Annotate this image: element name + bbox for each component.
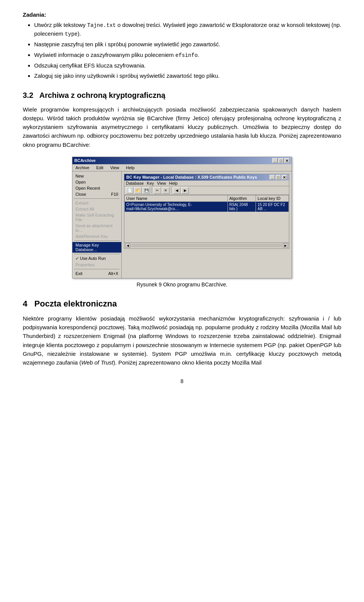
inner-titlebar: BC Key Manager - Local Database : X.509 … — [124, 174, 289, 181]
inner-menu-view[interactable]: View — [157, 181, 166, 185]
table-body: O=Poznan University of Technology, E-mai… — [125, 201, 289, 212]
code-efsinfo: efsinfo — [176, 52, 198, 58]
inner-table-container: User Name Algorithm Local key ID O=Pozna… — [124, 195, 289, 212]
cell-local-key-id: 15 20 EF DC F2 AB ... — [256, 201, 289, 212]
inner-menu-database[interactable]: Database — [126, 181, 144, 185]
inner-menu-key[interactable]: Key — [147, 181, 154, 185]
menu-extract-all: Extract All — [72, 206, 121, 212]
menu-close[interactable]: CloseF10 — [72, 191, 121, 197]
menu-manage-key-database[interactable]: Manage Key Database... — [72, 242, 121, 253]
section-3-2-heading: 3.2 Archiwa z ochroną kryptograficzną — [23, 91, 341, 100]
toolbar-btn-2[interactable]: 📂 — [134, 187, 142, 194]
figure-bcarchive: BCArchive _ □ ✕ Archive Edit View Help N… — [23, 157, 341, 288]
inner-menu-help[interactable]: Help — [169, 181, 178, 185]
cell-user-name: O=Poznan University of Technology, E-mai… — [125, 201, 228, 212]
toolbar-separator-1 — [152, 187, 152, 193]
bcarchive-titlebar: BCArchive _ □ ✕ — [72, 157, 292, 164]
table-header-row: User Name Algorithm Local key ID — [125, 195, 289, 201]
inner-window: BC Key Manager - Local Database : X.509 … — [124, 174, 289, 249]
minimize-button[interactable]: _ — [272, 158, 278, 163]
section-3-2-para1: Wiele programów kompresujących i archiwi… — [23, 105, 341, 149]
word-of: of — [94, 359, 99, 366]
tasks-header: Zadania: — [23, 11, 341, 18]
task-list: Utwórz plik tekstowy Tajne.txt o dowolne… — [34, 21, 341, 80]
menu-extract: Extract — [72, 200, 121, 206]
tasks-section: Zadania: Utwórz plik tekstowy Tajne.txt … — [23, 11, 341, 80]
toolbar-btn-7[interactable]: ▶ — [181, 187, 189, 194]
bcarchive-content: New Open Open Recent CloseF10 Extract Ex… — [72, 171, 292, 278]
list-item: Utwórz plik tekstowy Tajne.txt o dowolne… — [34, 21, 341, 38]
section-4: 4 Poczta elektroniczna Niektóre programy… — [23, 299, 341, 367]
menu-help[interactable]: Help — [124, 165, 136, 170]
section-number: 3.2 — [23, 91, 33, 99]
menu-view[interactable]: View — [109, 165, 121, 170]
close-button[interactable]: ✕ — [284, 158, 290, 163]
cell-algorithm: RSA( 2048 bits ) — [228, 201, 256, 212]
code-tajne: Tajne.txt — [87, 22, 116, 28]
list-item: Odszukaj certyfikat EFS klucza szyfrowan… — [34, 61, 341, 70]
inner-maximize-button[interactable]: □ — [276, 175, 281, 180]
toolbar-btn-3[interactable]: 💾 — [143, 187, 150, 194]
menu-new[interactable]: New — [72, 173, 121, 179]
right-panel: BC Key Manager - Local Database : X.509 … — [122, 171, 292, 278]
figure-caption: Rysunek 9 Okno programu BCarchive. — [23, 281, 341, 288]
separator-1 — [74, 198, 120, 199]
bcarchive-title: BCArchive — [74, 158, 96, 163]
list-item: Wyświetl informacje o zaszyfrowanym plik… — [34, 51, 341, 60]
keys-table: User Name Algorithm Local key ID O=Pozna… — [124, 195, 289, 212]
menu-edit[interactable]: Edit — [95, 165, 105, 170]
menu-add-remove-key: Add/Remove Key — [72, 233, 121, 239]
toolbar-btn-5[interactable]: ✕ — [162, 187, 169, 194]
section-title: Archiwa z ochroną kryptograficzną — [39, 91, 165, 99]
toolbar-btn-6[interactable]: ◀ — [173, 187, 180, 194]
list-item: Zaloguj się jako inny użytkownik i sprób… — [34, 72, 341, 80]
menu-use-auto-run[interactable]: ✓ Use Auto Run — [72, 255, 121, 262]
menu-open-recent[interactable]: Open Recent — [72, 185, 121, 191]
separator-3 — [74, 254, 120, 254]
scroll-left-arrow[interactable]: ◀ — [125, 243, 130, 248]
inner-menubar: Database Key View Help — [124, 181, 289, 186]
inner-close-button[interactable]: ✕ — [282, 175, 287, 180]
list-item: Następnie zaszyfruj ten plik i spróbuj p… — [34, 40, 341, 49]
col-algorithm: Algorithm — [228, 195, 256, 201]
table-head: User Name Algorithm Local key ID — [125, 195, 289, 201]
col-local-key-id: Local key ID — [256, 195, 289, 201]
table-row[interactable]: O=Poznan University of Technology, E-mai… — [125, 201, 289, 212]
scroll-track[interactable] — [131, 244, 282, 247]
section-4-para1: Niektóre programy klientów posiadają moż… — [23, 314, 341, 367]
toolbar-btn-1[interactable]: 📄 — [126, 187, 133, 194]
menu-exit[interactable]: ExitAlt+X — [72, 270, 121, 277]
menu-archive[interactable]: Archive — [74, 165, 91, 170]
left-panel: New Open Open Recent CloseF10 Extract Ex… — [72, 171, 122, 278]
menu-properties: Properties — [72, 262, 121, 268]
inner-window-title: BC Key Manager - Local Database : X.509 … — [126, 175, 257, 179]
inner-minimize-button[interactable]: _ — [270, 175, 275, 180]
section-4-number: 4 — [23, 299, 27, 308]
menu-make-self-extracting: Make Self-Extracting File — [72, 212, 121, 223]
menu-send-as-attachment: Send as attachment to... — [72, 223, 121, 233]
section-4-heading: 4 Poczta elektroniczna — [23, 299, 341, 309]
bcarchive-window: BCArchive _ □ ✕ Archive Edit View Help N… — [72, 157, 292, 278]
titlebar-buttons: _ □ ✕ — [272, 158, 290, 163]
bcarchive-menubar: Archive Edit View Help — [72, 164, 292, 171]
inner-toolbar: 📄 📂 💾 ✂ ✕ ◀ ▶ — [124, 186, 289, 195]
maximize-button[interactable]: □ — [278, 158, 284, 163]
section-4-title: Poczta elektroniczna — [35, 299, 117, 308]
separator-2 — [74, 240, 120, 241]
bottom-scrollbar: ◀ ▶ — [124, 242, 289, 248]
toolbar-btn-4[interactable]: ✂ — [154, 187, 161, 194]
separator-4 — [74, 269, 120, 269]
section-3-2: 3.2 Archiwa z ochroną kryptograficzną Wi… — [23, 91, 341, 149]
scroll-right-arrow[interactable]: ▶ — [283, 243, 288, 248]
toolbar-separator-2 — [171, 187, 171, 193]
page-number: 8 — [23, 378, 341, 384]
col-user-name: User Name — [125, 195, 228, 201]
inner-win-buttons: _ □ ✕ — [270, 175, 287, 180]
menu-open[interactable]: Open — [72, 179, 121, 185]
scrollbar-area — [124, 212, 289, 242]
code-type: type — [65, 31, 78, 37]
